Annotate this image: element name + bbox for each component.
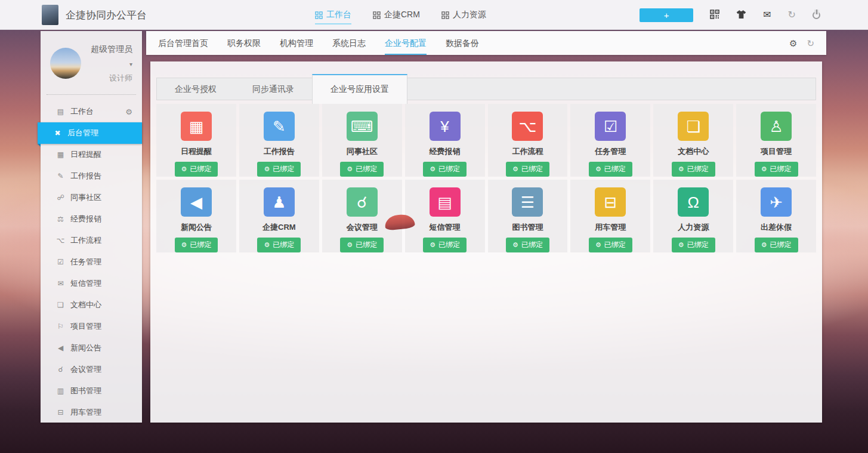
gear-icon: ⚙: [512, 165, 518, 173]
gear-icon[interactable]: ⚙: [125, 107, 132, 116]
sidebar-menu-item[interactable]: ▥ 图书管理: [41, 380, 142, 402]
app-name: 会议管理: [347, 222, 378, 233]
app-icon: ✎: [264, 112, 295, 141]
nav-item[interactable]: 企捷CRM: [373, 0, 420, 30]
app-icon: ⌨: [347, 112, 378, 141]
refresh-icon[interactable]: ↻: [788, 10, 796, 20]
bound-status-button[interactable]: ⚙ 已绑定: [672, 162, 715, 177]
sidebar-menu-item[interactable]: ✖ 后台管理: [38, 122, 142, 144]
sidebar-menu-item[interactable]: ✎ 工作报告: [41, 165, 142, 187]
app-name: 企捷CRM: [262, 222, 296, 233]
bound-status-button[interactable]: ⚙ 已绑定: [755, 162, 798, 177]
sidebar-item-icon: ⚖: [56, 215, 65, 223]
sidebar-menu-item[interactable]: ▤ 工作台 ⚙: [41, 101, 142, 122]
app-name: 同事社区: [347, 146, 378, 157]
app-name: 日程提醒: [181, 146, 212, 157]
content-tab[interactable]: 企业号授权: [157, 78, 234, 100]
mail-icon[interactable]: ✉: [763, 10, 771, 20]
app-icon: ☰: [512, 187, 543, 217]
nav-item[interactable]: 工作台: [315, 0, 351, 30]
gear-icon: ⚙: [595, 165, 601, 173]
sidebar-menu-item[interactable]: ⊟ 用车管理: [41, 402, 142, 423]
admin-tab[interactable]: 后台管理首页: [158, 31, 208, 55]
sidebar-item-label: 工作报告: [70, 171, 101, 181]
admin-tab[interactable]: 职务权限: [227, 31, 261, 55]
user-name: 超级管理员: [91, 44, 132, 54]
app-icon: ¥: [430, 112, 461, 141]
gear-icon: ⚙: [181, 165, 187, 173]
bound-status-button[interactable]: ⚙ 已绑定: [672, 238, 715, 252]
sidebar-menu-item[interactable]: ◀ 新闻公告: [41, 337, 142, 359]
refresh-icon[interactable]: ↻: [807, 39, 814, 48]
sidebar-item-label: 日程提醒: [70, 149, 101, 160]
bound-status-button[interactable]: ⚙ 已绑定: [340, 162, 384, 177]
sidebar-item-label: 工作台: [70, 106, 94, 117]
sidebar-item-icon: ⌥: [56, 236, 65, 245]
sidebar-item-icon: ▥: [56, 387, 65, 395]
sidebar-menu-item[interactable]: ☌ 会议管理: [41, 359, 142, 380]
app-icon: ☑: [595, 112, 626, 141]
sidebar: 超级管理员▾ 设计师 ▤ 工作台 ⚙ ✖ 后台管理 ▦ 日程提醒 ✎ 工作报告: [41, 31, 142, 423]
app-icon: ☌: [347, 187, 378, 217]
sidebar-menu-item[interactable]: ▦ 日程提醒: [41, 144, 142, 165]
user-name-dropdown[interactable]: 超级管理员▾: [87, 42, 132, 72]
admin-tab[interactable]: 数据备份: [446, 31, 479, 55]
bound-status-button[interactable]: ⚙ 已绑定: [423, 238, 467, 252]
admin-tab-actions: ⚙ ↻: [789, 39, 814, 48]
bound-status-button[interactable]: ⚙ 已绑定: [340, 238, 384, 252]
nav-item[interactable]: 人力资源: [441, 0, 486, 30]
bound-status-label: 已绑定: [356, 240, 377, 250]
quick-add-button[interactable]: +: [640, 8, 693, 22]
sidebar-menu-item[interactable]: ⚖ 经费报销: [41, 208, 142, 230]
admin-tab[interactable]: 企业号配置: [385, 31, 427, 55]
sidebar-menu-item[interactable]: ❏ 文档中心: [41, 294, 142, 316]
power-icon[interactable]: [813, 11, 820, 19]
bound-status-button[interactable]: ⚙ 已绑定: [257, 162, 301, 177]
sidebar-menu-item[interactable]: ⚐ 项目管理: [41, 316, 142, 337]
app-icon: ✈: [761, 187, 792, 217]
app-icon: ❏: [678, 112, 709, 141]
bound-status-button[interactable]: ⚙ 已绑定: [175, 162, 218, 177]
sidebar-item-icon: ◀: [56, 344, 65, 352]
sidebar-menu-item[interactable]: ⌥ 工作流程: [41, 230, 142, 251]
bound-status-label: 已绑定: [273, 164, 294, 174]
sidebar-menu-item[interactable]: ☑ 任务管理: [41, 251, 142, 273]
bound-status-button[interactable]: ⚙ 已绑定: [257, 238, 301, 252]
app-name: 新闻公告: [181, 222, 212, 233]
admin-tab[interactable]: 机构管理: [280, 31, 313, 55]
gear-icon: ⚙: [678, 241, 684, 249]
sidebar-menu-item[interactable]: ☍ 同事社区: [41, 187, 142, 208]
app-card: ♙ 项目管理 ⚙ 已绑定: [736, 104, 816, 177]
content-tab[interactable]: 企业号应用设置: [312, 74, 407, 104]
admin-tab[interactable]: 系统日志: [332, 31, 366, 55]
settings-gear-icon[interactable]: ⚙: [789, 39, 797, 48]
user-block: 超级管理员▾ 设计师: [41, 31, 142, 93]
bound-status-label: 已绑定: [687, 240, 709, 250]
bound-status-button[interactable]: ⚙ 已绑定: [423, 162, 467, 177]
content-panel: 企业号授权 同步通讯录 企业号应用设置 ▦ 日程提醒 ⚙ 已绑定 ✎ 工作报告 …: [150, 61, 822, 423]
app-card: ▦ 日程提醒 ⚙ 已绑定: [156, 104, 236, 177]
bound-status-button[interactable]: ⚙ 已绑定: [589, 162, 632, 177]
bound-status-label: 已绑定: [687, 164, 709, 174]
caret-down-icon: ▾: [129, 61, 132, 67]
user-avatar[interactable]: [50, 48, 81, 79]
bound-status-label: 已绑定: [521, 164, 543, 174]
sidebar-item-label: 短信管理: [70, 278, 101, 289]
bound-status-button[interactable]: ⚙ 已绑定: [755, 238, 798, 252]
admin-tab-label: 职务权限: [227, 38, 261, 48]
sidebar-item-label: 经费报销: [70, 214, 101, 224]
sidebar-menu-item[interactable]: ✉ 短信管理: [41, 273, 142, 294]
brand: 企捷协同办公平台: [42, 5, 147, 25]
sidebar-item-icon: ☑: [56, 258, 65, 266]
theme-tshirt-icon[interactable]: [736, 10, 746, 21]
bound-status-button[interactable]: ⚙ 已绑定: [506, 162, 549, 177]
qr-code-icon[interactable]: [710, 10, 719, 21]
sidebar-item-label: 图书管理: [70, 386, 101, 396]
bound-status-button[interactable]: ⚙ 已绑定: [589, 238, 632, 252]
admin-tab-label: 后台管理首页: [158, 38, 208, 48]
bound-status-button[interactable]: ⚙ 已绑定: [175, 238, 218, 252]
content-tab[interactable]: 同步通讯录: [234, 78, 312, 100]
bound-status-label: 已绑定: [521, 240, 543, 250]
bound-status-button[interactable]: ⚙ 已绑定: [506, 238, 549, 252]
sidebar-item-label: 会议管理: [70, 364, 101, 375]
